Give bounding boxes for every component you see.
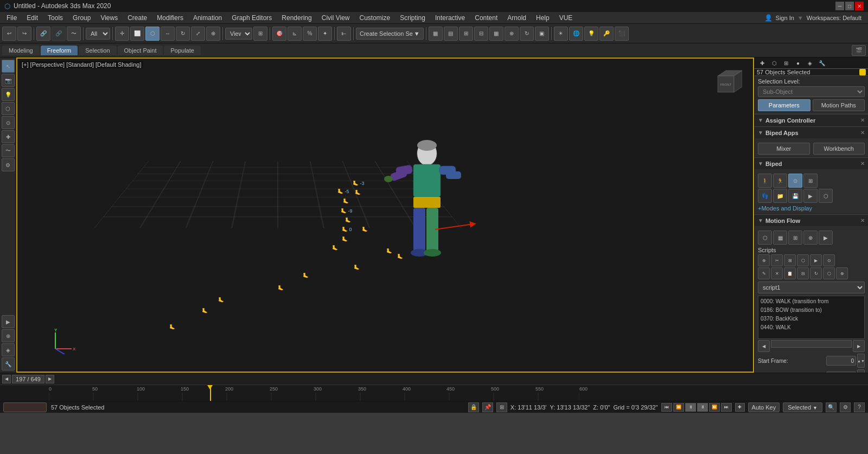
menu-customize[interactable]: Customize: [355, 13, 395, 23]
script-icon-12[interactable]: ⬡: [823, 267, 835, 279]
rp-motion-icon[interactable]: ●: [793, 57, 803, 68]
script-icon-1[interactable]: ⊕: [758, 254, 770, 266]
mf-icon-4[interactable]: ⊕: [803, 231, 818, 245]
biped-footstep-icon[interactable]: 👣: [758, 189, 772, 203]
menu-tools[interactable]: Tools: [43, 13, 67, 23]
sidebar-utils-icon[interactable]: 🔧: [2, 357, 15, 370]
toolbar-btn-13[interactable]: ⊕: [505, 27, 519, 41]
viewport[interactable]: [+] [Perspective] [Standard] [Default Sh…: [16, 57, 754, 373]
vertex-snap-status[interactable]: 📌: [482, 402, 493, 412]
mixer-button[interactable]: Mixer: [758, 143, 810, 155]
script-icon-9[interactable]: 📋: [784, 267, 796, 279]
biped-apps-close[interactable]: ✕: [860, 130, 865, 136]
script-icon-13[interactable]: ⊕: [836, 267, 848, 279]
script-icon-6[interactable]: ⊙: [823, 254, 835, 266]
rp-display-icon[interactable]: ◈: [805, 57, 815, 68]
motion-flow-close[interactable]: ✕: [860, 218, 865, 223]
workbench-button[interactable]: Workbench: [813, 143, 865, 155]
sign-in-btn[interactable]: Sign In: [776, 15, 794, 21]
script-list[interactable]: 0000: WALK (transition from0186: BOW (tr…: [758, 296, 865, 339]
menu-arnold[interactable]: Arnold: [503, 13, 531, 23]
biped-folder-icon[interactable]: 📁: [773, 189, 787, 203]
biped-close[interactable]: ✕: [860, 161, 865, 167]
biped-extra-icon[interactable]: ⬡: [819, 189, 833, 203]
undo-button[interactable]: ↩: [2, 27, 16, 41]
rp-modify-icon[interactable]: ⬡: [769, 57, 780, 68]
script-icon-2[interactable]: ✂: [771, 254, 783, 266]
view-select[interactable]: View: [225, 28, 252, 40]
place-btn[interactable]: ⊕: [206, 27, 220, 41]
scale-btn[interactable]: ⤢: [191, 27, 205, 41]
tab-freeform[interactable]: Freeform: [41, 46, 78, 55]
biped-section-header[interactable]: ▼ Biped ✕: [755, 157, 868, 169]
help-button[interactable]: ?: [854, 402, 865, 412]
create-selection-btn[interactable]: Create Selection Se ▼: [356, 28, 424, 40]
selected-button[interactable]: Selected ▼: [783, 402, 822, 412]
tl-prev-btn[interactable]: ◀: [2, 375, 11, 383]
rp-hierarchy-icon[interactable]: ⊞: [781, 57, 792, 68]
next-frame-btn[interactable]: ⏩: [709, 403, 720, 412]
go-end-btn[interactable]: ⏭: [721, 403, 732, 412]
start-frame-input[interactable]: [826, 356, 856, 366]
percent-snap-btn[interactable]: %: [303, 27, 317, 41]
search-button[interactable]: 🔍: [826, 402, 837, 412]
viewport-cube[interactable]: FRONT: [710, 65, 742, 98]
toolbar-btn-14[interactable]: ↻: [520, 27, 534, 41]
sidebar-system-icon[interactable]: ⚙: [2, 158, 15, 171]
menu-vue[interactable]: VUE: [555, 13, 577, 23]
biped-walk-icon[interactable]: 🚶: [758, 174, 772, 188]
biped-apps-header[interactable]: ▼ Biped Apps ✕: [755, 126, 868, 138]
toolbar-btn-16[interactable]: ☀: [554, 27, 568, 41]
lock-button[interactable]: 🔒: [468, 402, 479, 412]
unlink-button[interactable]: 🔗: [52, 27, 66, 41]
biped-figure-icon[interactable]: ⊞: [803, 174, 818, 188]
biped-anim-icon[interactable]: ▶: [803, 189, 818, 203]
menu-group[interactable]: Group: [68, 13, 95, 23]
toolbar-btn-15[interactable]: ▣: [535, 27, 549, 41]
script-icon-8[interactable]: ✕: [771, 267, 783, 279]
script-icon-10[interactable]: ⊟: [797, 267, 809, 279]
snap-3d-btn[interactable]: 🎯: [272, 27, 286, 41]
rp-utils-icon[interactable]: 🔧: [816, 57, 827, 68]
tab-object-paint[interactable]: Object Paint: [118, 46, 163, 55]
playhead[interactable]: [210, 385, 211, 401]
start-frame-spinner[interactable]: ▲▼: [857, 354, 865, 368]
menu-civil-view[interactable]: Civil View: [317, 13, 354, 23]
menu-scripting[interactable]: Scripting: [395, 13, 430, 23]
close-button[interactable]: ✕: [855, 2, 864, 10]
go-start-btn[interactable]: ⏮: [661, 403, 672, 412]
maximize-button[interactable]: □: [845, 2, 854, 10]
mf-icon-2[interactable]: ▦: [773, 231, 787, 245]
toolbar-btn-9[interactable]: ▤: [444, 27, 458, 41]
script-icon-7[interactable]: ✎: [758, 267, 770, 279]
grid-snap-status[interactable]: ⊞: [496, 402, 507, 412]
select-region-rect-btn[interactable]: ⬜: [130, 27, 144, 41]
menu-file[interactable]: File: [2, 13, 21, 23]
menu-edit[interactable]: Edit: [22, 13, 42, 23]
select-object-btn[interactable]: ✛: [115, 27, 129, 41]
mf-icon-1[interactable]: ⬡: [758, 231, 772, 245]
rotate-btn[interactable]: ↻: [176, 27, 190, 41]
menu-interactive[interactable]: Interactive: [431, 13, 469, 23]
toolbar-btn-20[interactable]: ⬛: [615, 27, 629, 41]
angle-snap-btn[interactable]: ⊾: [288, 27, 302, 41]
mf-icon-3[interactable]: ⊞: [788, 231, 802, 245]
sidebar-light-icon[interactable]: 💡: [2, 88, 15, 101]
sidebar-view-icon[interactable]: ⊕: [2, 329, 15, 342]
menu-modifiers[interactable]: Modifiers: [152, 13, 188, 23]
toolbar-btn-10[interactable]: ⊞: [459, 27, 473, 41]
menu-create[interactable]: Create: [123, 13, 151, 23]
toolbar-btn-18[interactable]: 💡: [584, 27, 598, 41]
script-select[interactable]: script1: [758, 282, 865, 293]
sidebar-spacewarp-icon[interactable]: 〜: [2, 144, 15, 157]
menu-graph-editors[interactable]: Graph Editors: [227, 13, 276, 23]
play-btn[interactable]: ⏸: [685, 403, 696, 412]
link-button[interactable]: 🔗: [36, 27, 50, 41]
rp-add-icon[interactable]: ✚: [757, 57, 768, 68]
scroll-right-btn[interactable]: ▶: [853, 340, 865, 352]
settings-button[interactable]: ⚙: [840, 402, 851, 412]
tab-populate[interactable]: Populate: [164, 46, 200, 55]
parameters-tab[interactable]: Parameters: [758, 99, 810, 111]
named-sel-sets[interactable]: ▦: [429, 27, 443, 41]
sidebar-anim-icon[interactable]: ▶: [2, 315, 15, 328]
